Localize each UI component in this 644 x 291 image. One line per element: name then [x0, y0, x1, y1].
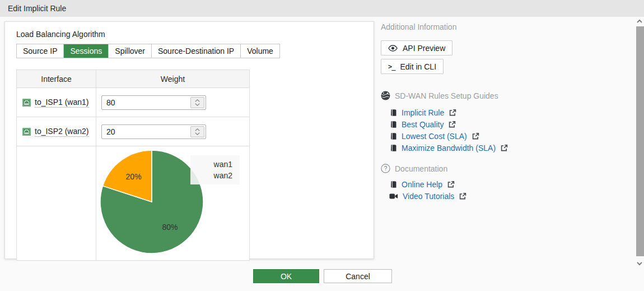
edit-in-cli-button[interactable]: >_ Edit in CLI: [381, 59, 444, 74]
weight-input-wan1[interactable]: [102, 96, 186, 109]
book-icon: [389, 109, 397, 117]
spinner-up-icon: [195, 99, 200, 102]
external-link-icon: [500, 144, 508, 152]
doc-link-online-help: Online Help: [389, 180, 627, 189]
weight-input-wan2[interactable]: [102, 125, 186, 138]
scrollbar-up-icon[interactable]: [635, 18, 644, 25]
tab-source-ip[interactable]: Source IP: [17, 44, 64, 58]
interface-port-icon: [22, 128, 31, 136]
documentation-links: Online Help Video Tutorials: [389, 180, 627, 201]
sdwan-guides-links: Implicit Rule Best Quality: [389, 108, 627, 153]
section-title: Load Balancing Algorithm: [16, 30, 362, 39]
spinner-up-icon: [195, 128, 200, 131]
guide-link-maximize-bandwidth-sla: Maximize Bandwidth (SLA): [389, 144, 627, 153]
additional-information-title: Additional Information: [381, 22, 627, 31]
guide-link-best-quality: Best Quality: [389, 120, 627, 129]
load-balancing-panel: Load Balancing Algorithm Source IP Sessi…: [4, 21, 374, 259]
column-header-weight: Weight: [96, 70, 249, 87]
video-camera-icon: [389, 193, 398, 200]
external-link-icon: [448, 121, 456, 128]
doc-link-video-tutorials: Video Tutorials: [389, 192, 627, 201]
spinner-down-icon: [195, 103, 200, 106]
weight-input-wrap: [101, 95, 206, 110]
table-row: to_ISP1 (wan1): [17, 88, 249, 117]
svg-text:?: ?: [384, 165, 388, 172]
interface-port-icon: [22, 99, 31, 107]
vertical-scrollbar: [634, 17, 644, 291]
external-link-icon: [449, 109, 456, 117]
weight-table: Interface Weight: [16, 70, 250, 261]
cancel-button[interactable]: Cancel: [324, 269, 392, 283]
tab-sessions[interactable]: Sessions: [64, 44, 109, 58]
weight-input-wrap: [101, 124, 206, 139]
additional-information-sidebar: Additional Information API Preview >_ Ed…: [381, 22, 627, 204]
book-icon: [389, 121, 397, 128]
scrollbar-down-icon[interactable]: [635, 260, 644, 267]
tab-volume[interactable]: Volume: [241, 44, 279, 58]
sdwan-guides-title: SD-WAN Rules Setup Guides: [381, 91, 627, 100]
dialog-body: Load Balancing Algorithm Source IP Sessi…: [0, 17, 644, 291]
external-link-icon: [472, 132, 479, 140]
weight-stepper[interactable]: [190, 126, 204, 137]
spinner-down-icon: [195, 132, 200, 135]
external-link-icon: [447, 181, 455, 188]
scrollbar-thumb[interactable]: [636, 26, 644, 256]
dialog-title: Edit Implicit Rule: [8, 4, 66, 13]
book-icon: [389, 132, 397, 140]
table-header-row: Interface Weight: [17, 70, 249, 88]
tab-spillover[interactable]: Spillover: [109, 44, 152, 58]
pie-slice-label: 20%: [126, 172, 142, 181]
interface-name[interactable]: to_ISP2 (wan2): [35, 127, 89, 137]
dialog-title-bar: Edit Implicit Rule: [0, 0, 644, 17]
legend-item-wan2: wan2: [194, 170, 232, 181]
weight-stepper[interactable]: [190, 97, 204, 108]
guide-link-lowest-cost-sla: Lowest Cost (SLA): [389, 132, 627, 141]
pie-chart-row: 80%20% wan1wan2: [17, 146, 249, 260]
book-icon: [389, 144, 397, 152]
documentation-title: ? Documentation: [381, 164, 627, 173]
algorithm-tabs: Source IP Sessions Spillover Source-Dest…: [16, 44, 280, 58]
question-icon: ?: [381, 164, 390, 173]
pie-legend: wan1wan2: [190, 155, 240, 184]
interface-name[interactable]: to_ISP1 (wan1): [35, 98, 89, 108]
api-preview-button[interactable]: API Preview: [381, 40, 452, 56]
pie-slice-label: 80%: [162, 223, 178, 232]
sdwan-globe-icon: [381, 91, 390, 100]
table-row: to_ISP2 (wan2): [17, 117, 249, 146]
guide-link-implicit-rule: Implicit Rule: [389, 108, 627, 117]
legend-item-wan1: wan1: [194, 159, 232, 170]
terminal-icon: >_: [388, 63, 395, 71]
book-icon: [389, 181, 397, 188]
external-link-icon: [459, 192, 466, 200]
ok-button[interactable]: OK: [253, 269, 319, 283]
column-header-interface: Interface: [17, 70, 96, 87]
tab-source-destination-ip[interactable]: Source-Destination IP: [152, 44, 241, 58]
eye-icon: [388, 45, 398, 52]
